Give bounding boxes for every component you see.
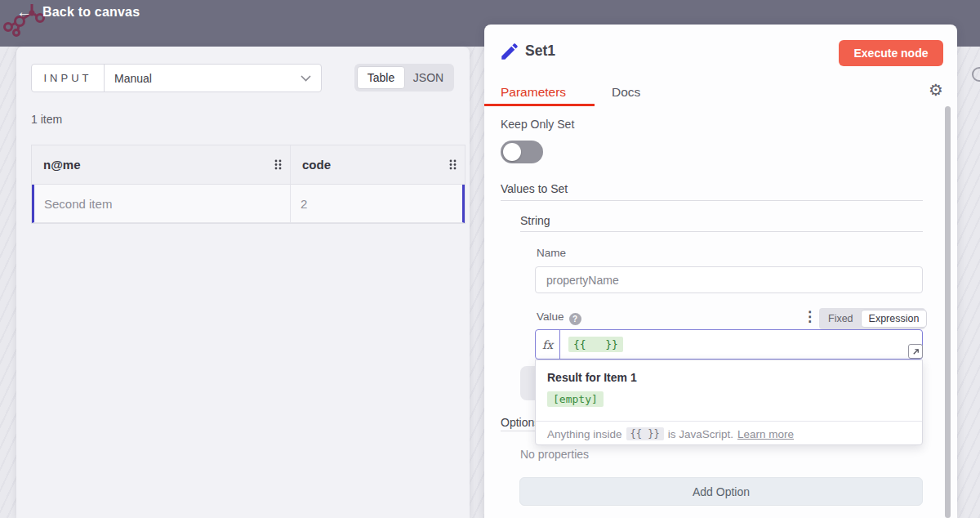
hint-code-chip: {{ }} (626, 427, 664, 440)
expand-expression-icon[interactable] (908, 344, 923, 359)
preview-title: Result for Item 1 (547, 371, 637, 384)
table-row[interactable]: Second item 2 (32, 185, 465, 223)
table-header-row: n@me code (32, 145, 465, 185)
fx-icon: fx (536, 330, 560, 359)
table-header-name[interactable]: n@me (32, 145, 291, 184)
no-properties-text: No properties (520, 448, 589, 461)
keep-only-set-label: Keep Only Set (501, 118, 574, 131)
back-label: Back to canvas (42, 5, 140, 20)
node-detail-panel: Set1 Execute node Parameters Docs ⚙ Keep… (484, 25, 957, 518)
input-source-value: Manual (114, 72, 301, 85)
chevron-down-icon (301, 75, 311, 82)
add-option-button[interactable]: Add Option (519, 477, 923, 506)
value-label-text: Value (537, 310, 564, 323)
expression-value[interactable]: {{ }} (568, 337, 623, 352)
input-data-table: n@me code Second item 2 (31, 145, 466, 224)
divider (520, 231, 923, 232)
view-toggle-table[interactable]: Table (357, 66, 405, 89)
input-source-select[interactable]: Manual (105, 65, 321, 92)
expression-preview-popover: Result for Item 1 [empty] Anything insid… (535, 359, 923, 445)
gear-icon[interactable]: ⚙ (929, 80, 943, 100)
expression-input[interactable]: fx {{ }} (535, 329, 923, 359)
string-group-label: String (520, 214, 550, 227)
preview-result: [empty] (547, 391, 604, 407)
active-tab-underline (484, 104, 595, 106)
vertical-scrollbar[interactable] (945, 106, 951, 518)
input-panel-title: INPUT (32, 65, 105, 92)
node-title[interactable]: Set1 (525, 42, 555, 60)
input-panel: INPUT Manual Table JSON 1 item n@me code… (16, 47, 470, 518)
hint-prefix: Anything inside (547, 428, 622, 440)
table-header-code[interactable]: code (291, 145, 465, 184)
column-header-label: code (302, 158, 449, 172)
help-question-icon[interactable]: ? (569, 313, 581, 325)
keep-only-set-toggle[interactable] (501, 141, 543, 163)
input-source-control: INPUT Manual (31, 64, 322, 92)
preview-hint: Anything inside {{ }} is JavaScript. Lea… (536, 421, 922, 446)
table-cell-name: Second item (34, 185, 291, 222)
value-field-label: Value? (537, 310, 581, 325)
options-section-label: Options (501, 416, 540, 429)
drag-handle-icon[interactable] (274, 159, 282, 170)
name-field-label: Name (537, 247, 566, 259)
column-header-label: n@me (43, 158, 274, 172)
back-arrow-icon: ← (16, 3, 32, 21)
table-cell-code: 2 (291, 185, 462, 222)
execute-node-button[interactable]: Execute node (839, 40, 943, 66)
values-to-set-label: Values to Set (501, 182, 568, 195)
items-count: 1 item (31, 113, 62, 126)
toggle-knob (503, 143, 521, 161)
kebab-menu-icon[interactable]: ⋮ (803, 308, 817, 325)
tab-docs[interactable]: Docs (612, 85, 640, 100)
mode-expression[interactable]: Expression (861, 310, 928, 328)
mode-fixed[interactable]: Fixed (821, 310, 861, 328)
drag-handle-icon[interactable] (449, 159, 457, 170)
learn-more-link[interactable]: Learn more (737, 428, 794, 440)
hint-mid: is JavaScript. (668, 428, 733, 440)
tab-parameters[interactable]: Parameters (501, 85, 566, 100)
name-input[interactable] (535, 266, 923, 293)
set-node-pencil-icon (499, 41, 520, 62)
partial-circle-glyph (972, 67, 980, 82)
divider (501, 200, 923, 201)
fixed-expression-toggle: Fixed Expression (819, 308, 925, 329)
view-mode-toggle: Table JSON (354, 64, 454, 92)
view-toggle-json[interactable]: JSON (405, 66, 452, 89)
back-to-canvas-button[interactable]: ← Back to canvas (16, 3, 140, 21)
